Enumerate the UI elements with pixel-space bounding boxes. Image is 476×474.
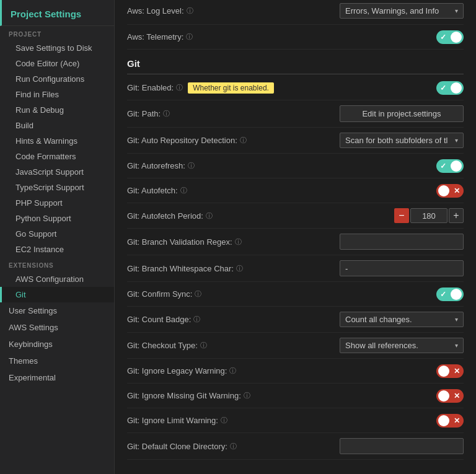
- sidebar-item-go[interactable]: Go Support: [0, 226, 114, 242]
- git-path-row: Git: Path: ⓘ Edit in project.settings: [127, 100, 464, 128]
- git-ignore-limit-help-icon[interactable]: ⓘ: [221, 416, 227, 425]
- git-path-control: Edit in project.settings: [340, 105, 464, 122]
- git-autorefresh-toggle[interactable]: ✓: [436, 159, 464, 173]
- sidebar-item-save-settings[interactable]: Save Settings to Disk: [0, 40, 114, 56]
- git-default-clone-row: Git: Default Clone Directory: ⓘ: [127, 433, 464, 460]
- sidebar-item-code-editor[interactable]: Code Editor (Ace): [0, 56, 114, 71]
- git-autofetch-control: ✕: [340, 184, 464, 198]
- git-enabled-help-icon[interactable]: ⓘ: [176, 83, 183, 92]
- git-auto-repo-arrow: ▾: [455, 137, 458, 144]
- aws-telemetry-help-icon[interactable]: ⓘ: [186, 32, 193, 42]
- git-autofetch-period-help-icon[interactable]: ⓘ: [206, 211, 213, 221]
- git-default-clone-input[interactable]: [340, 438, 464, 454]
- sidebar-item-keybindings[interactable]: Keybindings: [0, 336, 114, 353]
- git-ignore-legacy-control: ✕: [340, 364, 464, 378]
- toggle-x-icon: ✕: [454, 367, 460, 375]
- git-auto-repo-control: Scan for both subfolders of tl ▾: [340, 133, 464, 148]
- spinner-minus-button[interactable]: −: [394, 208, 409, 223]
- git-ignore-missing-label: Git: Ignore Missing Git Warning: ⓘ: [127, 391, 340, 400]
- git-path-button[interactable]: Edit in project.settings: [340, 105, 464, 122]
- project-section-label: PROJECT: [0, 26, 114, 40]
- sidebar-item-python[interactable]: Python Support: [0, 211, 114, 226]
- toggle-x-icon: ✕: [454, 416, 460, 425]
- aws-telemetry-toggle[interactable]: ✓: [436, 30, 464, 44]
- sidebar-item-build[interactable]: Build: [0, 118, 114, 133]
- aws-log-level-dropdown[interactable]: Errors, Warnings, and Info ▾: [340, 3, 464, 19]
- extensions-section-label: EXTENSIONS: [0, 257, 114, 271]
- git-autofetch-toggle[interactable]: ✕: [436, 184, 464, 198]
- git-enabled-row: Git: Enabled: ⓘ Whether git is enabled. …: [127, 76, 464, 100]
- git-enabled-toggle[interactable]: ✓: [436, 81, 464, 95]
- git-ignore-legacy-toggle[interactable]: ✕: [436, 364, 464, 378]
- git-auto-repo-help-icon[interactable]: ⓘ: [240, 136, 247, 145]
- sidebar-item-javascript[interactable]: JavaScript Support: [0, 164, 114, 180]
- git-default-clone-help-icon[interactable]: ⓘ: [230, 442, 237, 451]
- git-ignore-legacy-help-icon[interactable]: ⓘ: [229, 366, 236, 375]
- git-checkout-type-help-icon[interactable]: ⓘ: [200, 341, 207, 350]
- git-ignore-missing-toggle[interactable]: ✕: [436, 389, 464, 403]
- toggle-knob: [438, 415, 449, 426]
- sidebar-item-php[interactable]: PHP Support: [0, 195, 114, 211]
- git-autorefresh-label: Git: Autorefresh: ⓘ: [127, 161, 340, 170]
- git-checkout-type-control: Show all references. ▾: [340, 338, 464, 353]
- git-branch-whitespace-input[interactable]: [340, 260, 464, 276]
- git-path-help-icon[interactable]: ⓘ: [163, 109, 170, 118]
- sidebar-item-run-debug[interactable]: Run & Debug: [0, 102, 114, 118]
- git-branch-whitespace-label: Git: Branch Whitespace Char: ⓘ: [127, 264, 340, 273]
- aws-log-level-help-icon[interactable]: ⓘ: [187, 6, 193, 15]
- sidebar-item-ec2[interactable]: EC2 Instance: [0, 242, 114, 257]
- sidebar: Project Settings PROJECT Save Settings t…: [0, 0, 115, 474]
- aws-log-level-row: Aws: Log Level: ⓘ Errors, Warnings, and …: [127, 0, 464, 25]
- spinner-plus-button[interactable]: +: [449, 208, 464, 223]
- git-branch-whitespace-help-icon[interactable]: ⓘ: [236, 264, 243, 273]
- sidebar-item-aws-settings[interactable]: AWS Settings: [0, 319, 114, 336]
- git-branch-whitespace-row: Git: Branch Whitespace Char: ⓘ: [127, 255, 464, 282]
- git-autofetch-period-spinner: − +: [394, 208, 464, 223]
- sidebar-item-code-formatters[interactable]: Code Formatters: [0, 149, 114, 164]
- sidebar-item-typescript[interactable]: TypeScript Support: [0, 180, 114, 195]
- git-enabled-control: ✓: [340, 81, 464, 95]
- git-count-badge-dropdown[interactable]: Count all changes. ▾: [340, 312, 464, 327]
- git-count-badge-help-icon[interactable]: ⓘ: [193, 315, 200, 324]
- git-autorefresh-control: ✓: [340, 159, 464, 173]
- git-default-clone-label: Git: Default Clone Directory: ⓘ: [127, 442, 340, 451]
- toggle-knob: [438, 366, 449, 377]
- git-checkout-type-dropdown[interactable]: Show all references. ▾: [340, 338, 464, 353]
- toggle-x-icon: ✕: [454, 187, 460, 195]
- sidebar-item-git[interactable]: Git: [0, 287, 114, 302]
- toggle-check-icon: ✓: [440, 290, 446, 299]
- git-confirm-sync-row: Git: Confirm Sync: ⓘ ✓: [127, 282, 464, 307]
- git-ignore-limit-control: ✕: [340, 414, 464, 428]
- git-branch-regex-label: Git: Branch Validation Regex: ⓘ: [127, 237, 340, 247]
- git-enabled-tooltip: Whether git is enabled.: [188, 82, 274, 94]
- git-autofetch-period-input[interactable]: [410, 208, 447, 223]
- git-autorefresh-help-icon[interactable]: ⓘ: [188, 161, 195, 170]
- git-enabled-label: Git: Enabled: ⓘ Whether git is enabled.: [127, 82, 340, 94]
- git-ignore-missing-row: Git: Ignore Missing Git Warning: ⓘ ✕: [127, 384, 464, 408]
- sidebar-item-hints-warnings[interactable]: Hints & Warnings: [0, 133, 114, 149]
- aws-telemetry-label: Aws: Telemetry: ⓘ: [127, 32, 340, 42]
- sidebar-item-aws-config[interactable]: AWS Configuration: [0, 271, 114, 287]
- git-auto-repo-row: Git: Auto Repository Detection: ⓘ Scan f…: [127, 128, 464, 154]
- git-checkout-type-label: Git: Checkout Type: ⓘ: [127, 341, 340, 350]
- git-ignore-legacy-label: Git: Ignore Legacy Warning: ⓘ: [127, 366, 340, 375]
- git-ignore-missing-help-icon[interactable]: ⓘ: [244, 391, 250, 400]
- git-branch-regex-help-icon[interactable]: ⓘ: [235, 237, 242, 247]
- toggle-knob: [438, 185, 449, 196]
- sidebar-item-find-in-files[interactable]: Find in Files: [0, 87, 114, 102]
- git-default-clone-control: [340, 438, 464, 454]
- git-autofetch-row: Git: Autofetch: ⓘ ✕: [127, 178, 464, 203]
- git-autofetch-period-label: Git: Autofetch Period: ⓘ: [127, 211, 340, 221]
- sidebar-item-user-settings[interactable]: User Settings: [0, 302, 114, 319]
- git-ignore-limit-label: Git: Ignore Limit Warning: ⓘ: [127, 416, 340, 425]
- git-ignore-limit-toggle[interactable]: ✕: [436, 414, 464, 428]
- sidebar-item-run-configs[interactable]: Run Configurations: [0, 71, 114, 87]
- sidebar-title: Project Settings: [0, 0, 114, 26]
- git-confirm-sync-help-icon[interactable]: ⓘ: [195, 289, 201, 299]
- git-auto-repo-dropdown[interactable]: Scan for both subfolders of tl ▾: [340, 133, 464, 148]
- git-autofetch-help-icon[interactable]: ⓘ: [180, 186, 187, 195]
- git-confirm-sync-toggle[interactable]: ✓: [436, 287, 464, 301]
- sidebar-item-themes[interactable]: Themes: [0, 353, 114, 369]
- git-branch-regex-input[interactable]: [340, 234, 464, 250]
- sidebar-item-experimental[interactable]: Experimental: [0, 369, 114, 386]
